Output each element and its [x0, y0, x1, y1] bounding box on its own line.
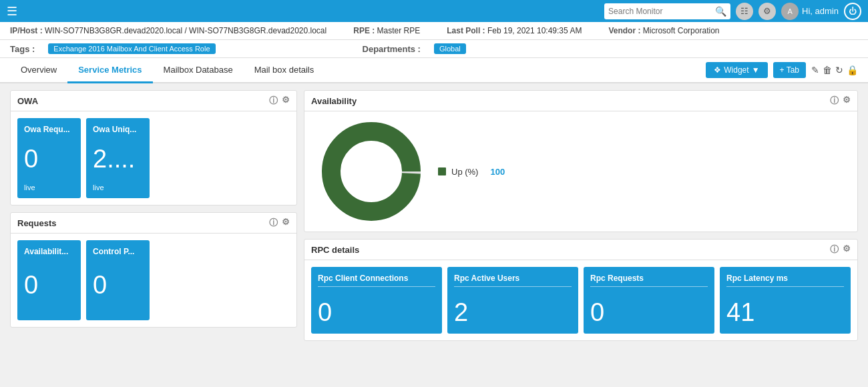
rpc-card-2-value: 0	[590, 298, 708, 327]
tabs-right: ❖ Widget ▼ + Tab ✎ 🗑 ↻ 🔒	[706, 62, 858, 78]
lock-icon[interactable]: 🔒	[847, 65, 858, 75]
search-box: 🔍	[604, 3, 730, 19]
settings-icon[interactable]: ⚙	[758, 3, 776, 20]
availability-info-icon[interactable]: ⓘ	[830, 95, 839, 107]
rpc-gear-icon[interactable]: ⚙	[843, 244, 851, 256]
apps-icon[interactable]: ☷	[736, 3, 753, 20]
owa-section-header: OWA ⓘ ⚙	[11, 91, 296, 111]
tab-overview[interactable]: Overview	[10, 58, 67, 83]
rpc-header-icons: ⓘ ⚙	[830, 244, 851, 256]
requests-gear-icon[interactable]: ⚙	[282, 217, 290, 229]
rpc-card-3: Rpc Latency ms 41	[720, 267, 851, 334]
widget-label: Widget	[724, 65, 748, 75]
search-button[interactable]: 🔍	[715, 6, 726, 17]
requests-section: Requests ⓘ ⚙ Availabilit... 0 Control P.…	[10, 212, 297, 328]
owa-metric-cards: Owa Requ... 0 live Owa Uniq... 2.... liv…	[17, 118, 290, 198]
rpc-card-3-title: Rpc Latency ms	[726, 274, 844, 287]
availability-title: Availability	[311, 96, 357, 106]
avatar: A	[781, 3, 799, 20]
search-input[interactable]	[608, 7, 715, 16]
rpc-card-2-title: Rpc Requests	[590, 274, 708, 287]
owa-card-1: Owa Uniq... 2.... live	[86, 118, 150, 198]
owa-card-0-value: 0	[24, 146, 74, 171]
owa-card-0-title: Owa Requ...	[24, 125, 74, 134]
rpc-section: RPC details ⓘ ⚙ Rpc Client Connections 0…	[304, 239, 858, 341]
right-panel: Availability ⓘ ⚙ Up (%)	[304, 90, 858, 353]
tab-service-metrics[interactable]: Service Metrics	[67, 58, 152, 83]
legend-area: Up (%) 100	[438, 167, 505, 177]
widget-button[interactable]: ❖ Widget ▼	[706, 62, 767, 78]
requests-card-0-title: Availabilit...	[24, 247, 74, 256]
donut-chart	[318, 118, 425, 225]
last-poll-label: Last Poll :	[447, 26, 485, 35]
rpc-info-icon[interactable]: ⓘ	[830, 244, 839, 256]
rpc-card-0-title: Rpc Client Connections	[318, 274, 435, 287]
menu-icon[interactable]: ☰	[7, 4, 17, 19]
rpc-card-1-title: Rpc Active Users	[454, 274, 572, 287]
owa-card-1-footer: live	[93, 183, 143, 191]
owa-card-0-footer: live	[24, 183, 74, 191]
owa-card-1-title: Owa Uniq...	[93, 125, 143, 134]
rpc-card-2: Rpc Requests 0	[584, 267, 714, 334]
ip-label: IP/Host :	[10, 26, 43, 35]
availability-section: Availability ⓘ ⚙ Up (%)	[304, 90, 858, 232]
tab-mailbox-details[interactable]: Mail box details	[244, 58, 325, 83]
edit-icon[interactable]: ✎	[811, 65, 819, 75]
requests-card-0-value: 0	[24, 272, 74, 298]
widget-chevron: ▼	[752, 65, 760, 75]
rpc-card-0: Rpc Client Connections 0	[311, 267, 442, 334]
owa-card-0: Owa Requ... 0 live	[17, 118, 81, 198]
dept-label: Departments :	[363, 44, 421, 54]
requests-metric-cards: Availabilit... 0 Control P... 0	[17, 240, 290, 320]
vendor-label: Vendor :	[608, 26, 640, 35]
left-panel: OWA ⓘ ⚙ Owa Requ... 0 live Owa Uniq... 2…	[10, 90, 297, 353]
requests-header-icons: ⓘ ⚙	[269, 217, 290, 229]
poll-info: Last Poll : Feb 19, 2021 10:49:35 AM	[447, 26, 582, 35]
owa-section: OWA ⓘ ⚙ Owa Requ... 0 live Owa Uniq... 2…	[10, 90, 297, 206]
add-tab-label: + Tab	[780, 65, 799, 75]
owa-section-body: Owa Requ... 0 live Owa Uniq... 2.... liv…	[11, 111, 296, 205]
owa-card-1-value: 2....	[93, 146, 143, 171]
rpc-card-1: Rpc Active Users 2	[447, 267, 578, 334]
owa-title: OWA	[17, 96, 38, 106]
tab-mailbox-database[interactable]: Mailbox Database	[153, 58, 244, 83]
tab-action-icons: ✎ 🗑 ↻ 🔒	[811, 65, 858, 75]
legend-item-0: Up (%) 100	[438, 167, 505, 177]
legend-value-0: 100	[490, 167, 505, 177]
topbar: ☰ 🔍 ☷ ⚙ A Hi, admin ⏻	[0, 0, 868, 22]
topbar-right: 🔍 ☷ ⚙ A Hi, admin ⏻	[604, 3, 861, 20]
tags-row: Tags : Exchange 2016 Mailbox And Client …	[0, 40, 868, 58]
requests-card-1: Control P... 0	[86, 240, 150, 320]
vendor-info: Vendor : Microsoft Corporation	[608, 26, 719, 35]
rpc-cards: Rpc Client Connections 0 Rpc Active User…	[304, 260, 857, 340]
owa-info-icon[interactable]: ⓘ	[269, 95, 278, 107]
add-tab-button[interactable]: + Tab	[773, 62, 806, 78]
infobar: IP/Host : WIN-SO77NB3G8GR.devad2020.loca…	[0, 22, 868, 40]
requests-card-1-value: 0	[93, 272, 143, 298]
availability-header-icons: ⓘ ⚙	[830, 95, 851, 107]
tag-badge: Exchange 2016 Mailbox And Client Access …	[48, 43, 215, 54]
availability-body: Up (%) 100	[304, 111, 857, 232]
requests-section-body: Availabilit... 0 Control P... 0	[11, 234, 296, 327]
requests-info-icon[interactable]: ⓘ	[269, 217, 278, 229]
ip-value: WIN-SO77NB3G8GR.devad2020.local / WIN-SO…	[45, 26, 327, 35]
rpe-label: RPE :	[353, 26, 375, 35]
rpc-section-header: RPC details ⓘ ⚙	[304, 240, 857, 260]
refresh-icon[interactable]: ↻	[835, 65, 843, 75]
user-area[interactable]: A Hi, admin	[781, 3, 839, 20]
owa-gear-icon[interactable]: ⚙	[282, 95, 290, 107]
rpc-card-1-value: 2	[454, 298, 572, 327]
delete-icon[interactable]: 🗑	[823, 65, 832, 75]
rpc-card-3-value: 41	[726, 298, 844, 327]
requests-card-0: Availabilit... 0	[17, 240, 81, 320]
rpc-title: RPC details	[311, 245, 359, 255]
last-poll-value: Feb 19, 2021 10:49:35 AM	[487, 26, 582, 35]
legend-label-0: Up (%)	[451, 167, 478, 177]
availability-section-header: Availability ⓘ ⚙	[304, 91, 857, 111]
ip-info: IP/Host : WIN-SO77NB3G8GR.devad2020.loca…	[10, 26, 327, 35]
widget-icon: ❖	[714, 65, 721, 75]
owa-header-icons: ⓘ ⚙	[269, 95, 290, 107]
power-button[interactable]: ⏻	[844, 3, 861, 20]
main-content: OWA ⓘ ⚙ Owa Requ... 0 live Owa Uniq... 2…	[0, 83, 868, 360]
availability-gear-icon[interactable]: ⚙	[843, 95, 851, 107]
